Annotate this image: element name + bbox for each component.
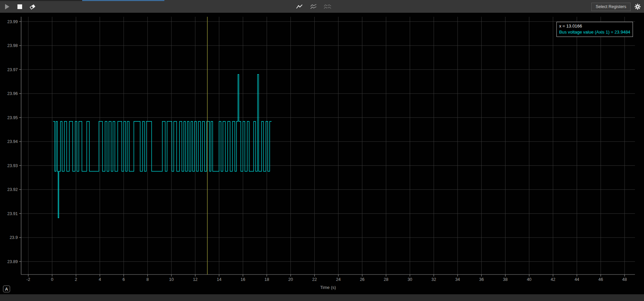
chart-area[interactable]: 23.9923.9823.9723.9623.9523.9423.9323.92…	[0, 13, 644, 294]
y-tick-label: 23.91	[7, 211, 18, 216]
x-tick-label: 10	[169, 277, 174, 282]
y-tick-label: 23.89	[7, 259, 18, 264]
toolbar: Select Registers	[0, 0, 644, 13]
y-tick-label: 23.99	[7, 19, 18, 24]
x-tick-label: 42	[551, 277, 555, 282]
x-tick-label: 46	[598, 277, 603, 282]
x-tick-label: 38	[503, 277, 508, 282]
select-registers-button[interactable]: Select Registers	[591, 3, 631, 11]
x-tick-label: 26	[360, 277, 365, 282]
autoscale-button[interactable]: A	[3, 286, 10, 292]
x-tick-label: 12	[193, 277, 198, 282]
y-tick-label: 23.98	[7, 43, 18, 48]
eraser-icon	[29, 4, 36, 10]
single-trace-icon	[296, 4, 303, 10]
x-axis-title: Time (s)	[320, 285, 336, 290]
tooltip-x-value: x = 13.0166	[559, 23, 630, 29]
x-tick-label: 6	[122, 277, 125, 282]
y-tick-label: 23.94	[7, 139, 18, 144]
stop-icon	[17, 4, 22, 9]
x-tick-label: 0	[51, 277, 53, 282]
axes-layer: 23.9923.9823.9723.9623.9523.9423.9323.92…	[7, 17, 635, 290]
split-plot-mode-button[interactable]	[323, 2, 332, 11]
x-tick-label: 22	[312, 277, 317, 282]
clear-button[interactable]	[28, 2, 37, 11]
x-tick-label: 40	[527, 277, 532, 282]
x-tick-label: 36	[479, 277, 484, 282]
toolbar-right-group: Select Registers	[591, 1, 642, 12]
stacked-plot-mode-button[interactable]	[309, 2, 318, 11]
chart-canvas[interactable]: 23.9923.9823.9723.9623.9523.9423.9323.92…	[0, 13, 644, 294]
y-tick-label: 23.95	[7, 115, 18, 120]
x-tick-label: 18	[264, 277, 269, 282]
settings-button[interactable]	[633, 2, 642, 11]
x-tick-label: 34	[455, 277, 460, 282]
y-tick-label: 23.97	[7, 67, 18, 72]
signal-trace	[53, 74, 271, 218]
single-plot-mode-button[interactable]	[295, 2, 304, 11]
x-tick-label: 24	[336, 277, 341, 282]
y-tick-label: 23.96	[7, 91, 18, 96]
stacked-traces-icon	[310, 4, 317, 10]
x-tick-label: 48	[622, 277, 627, 282]
x-tick-label: -2	[26, 277, 30, 282]
toolbar-left-group	[3, 1, 37, 12]
x-tick-label: 14	[217, 277, 221, 282]
plot-mode-group	[295, 1, 332, 12]
x-tick-label: 44	[575, 277, 579, 282]
x-tick-label: 20	[288, 277, 293, 282]
gear-icon	[634, 3, 641, 10]
split-traces-icon	[324, 4, 332, 10]
status-bar	[0, 294, 644, 301]
y-tick-label: 23.93	[7, 163, 18, 168]
y-tick-label: 23.92	[7, 187, 18, 192]
x-tick-label: 8	[146, 277, 149, 282]
play-icon	[5, 4, 9, 9]
cursor-tooltip: x = 13.0166 Bus voltage value (Axis 1) =…	[556, 22, 633, 37]
stop-button[interactable]	[15, 2, 24, 11]
y-tick-label: 23.9	[10, 235, 18, 240]
x-tick-label: 16	[240, 277, 245, 282]
x-tick-label: 2	[75, 277, 77, 282]
x-tick-label: 32	[431, 277, 436, 282]
play-button[interactable]	[3, 2, 11, 11]
top-accent-blue-line	[82, 0, 164, 1]
x-tick-label: 28	[384, 277, 388, 282]
tooltip-series-value: Bus voltage value (Axis 1) = 23.9484	[559, 29, 630, 35]
x-tick-label: 4	[99, 277, 101, 282]
x-tick-label: 30	[408, 277, 412, 282]
